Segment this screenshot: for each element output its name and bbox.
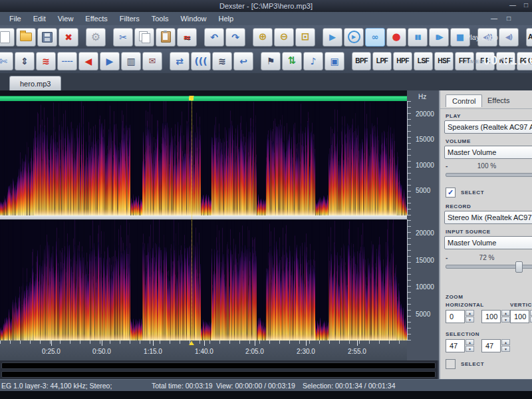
- mix-button[interactable]: ▥: [121, 52, 141, 70]
- bpf-filter-button[interactable]: BPF: [352, 52, 371, 70]
- spin-down-button[interactable]: ▼: [501, 317, 510, 323]
- envelope-button[interactable]: ✉: [142, 52, 162, 70]
- lpf-filter-button[interactable]: LPF: [372, 52, 392, 70]
- status-view: View: 00:00:00 / 00:03:19: [216, 380, 295, 392]
- fade-in-button[interactable]: ◀: [78, 52, 98, 70]
- ruler-time-label: 2:05.0: [241, 348, 268, 355]
- undo-button[interactable]: ↶: [204, 28, 224, 47]
- mix-grid-icon: ▥: [126, 57, 135, 66]
- menu-filters[interactable]: Filters: [114, 13, 145, 24]
- settings-button[interactable]: ⚙: [86, 28, 106, 47]
- play-device-dropdown[interactable]: Speakers (Realtek AC97 Au: [444, 120, 532, 134]
- menu-edit[interactable]: Edit: [28, 13, 51, 24]
- spectrogram-right-channel[interactable]: [0, 219, 407, 340]
- selection-start-value[interactable]: 47: [446, 339, 465, 352]
- hpf-filter-button[interactable]: HPF: [393, 52, 412, 70]
- silence-button[interactable]: ╌╌: [57, 52, 77, 70]
- menu-file[interactable]: File: [4, 13, 27, 24]
- tab-effects[interactable]: Effects: [481, 94, 515, 107]
- split-button[interactable]: ✄: [0, 52, 13, 70]
- menu-effects[interactable]: Effects: [80, 13, 112, 24]
- copy-button[interactable]: [134, 28, 154, 47]
- input-volume-slider[interactable]: [446, 265, 532, 269]
- menu-window[interactable]: Window: [175, 13, 211, 24]
- play-from-icon: ▮▶: [435, 34, 442, 41]
- spectrogram-left-channel[interactable]: [0, 101, 407, 215]
- menu-tools[interactable]: Tools: [146, 13, 174, 24]
- selection-start-spinner[interactable]: 47 ▲▼: [446, 339, 474, 352]
- zoom-h-end-spinner[interactable]: 100 ▲▼: [481, 310, 510, 323]
- spin-up-button[interactable]: ▲: [501, 310, 510, 316]
- redo-button[interactable]: ↷: [225, 28, 245, 47]
- zoom-vertical-spinner[interactable]: 100 ▲▼: [510, 310, 532, 323]
- tag-button[interactable]: ▣: [325, 52, 344, 70]
- insert-audio-button[interactable]: ♪: [303, 52, 323, 70]
- menu-help[interactable]: Help: [213, 13, 239, 24]
- record-button[interactable]: ●: [386, 28, 406, 47]
- save-button[interactable]: [37, 28, 57, 47]
- selection-end-spinner[interactable]: 47 ▲▼: [481, 339, 510, 352]
- input-slider-thumb[interactable]: [515, 261, 523, 273]
- spin-down-button[interactable]: ▼: [466, 317, 474, 323]
- spin-up-button[interactable]: ▲: [466, 310, 474, 316]
- zoom-h-end-value[interactable]: 100: [481, 310, 501, 323]
- tab-hero-mp3[interactable]: hero.mp3: [9, 76, 61, 90]
- position-bar[interactable]: [0, 96, 407, 101]
- fade-out-button[interactable]: ▶: [100, 52, 120, 70]
- center-button[interactable]: ⇕: [15, 52, 35, 70]
- maximize-button[interactable]: □: [521, 1, 531, 9]
- play-all-button[interactable]: ▶: [344, 28, 364, 47]
- spin-down-button[interactable]: ▼: [501, 346, 510, 352]
- input-device-dropdown[interactable]: Master Volume: [444, 236, 532, 249]
- sound-waves-button[interactable]: (((: [191, 52, 211, 70]
- marker-button[interactable]: ⚑: [261, 52, 281, 70]
- envelope-icon: ✉: [149, 57, 156, 65]
- record-device-dropdown[interactable]: Stereo Mix (Realtek AC97 A: [444, 211, 532, 224]
- mdi-restore-button[interactable]: □: [504, 15, 513, 23]
- spin-up-button[interactable]: ▲: [466, 339, 474, 345]
- play-from-button[interactable]: ▮▶: [429, 28, 449, 47]
- zoom-selection-button[interactable]: ⊡: [295, 28, 315, 47]
- volume-down-button[interactable]: ◀): [499, 28, 519, 47]
- zoom-h-start-spinner[interactable]: 0 ▲▼: [446, 310, 474, 323]
- reverse-button[interactable]: ↩: [233, 52, 253, 70]
- spin-down-button[interactable]: ▼: [466, 346, 474, 352]
- zoom-h-start-value[interactable]: 0: [446, 310, 465, 323]
- lsf-filter-button[interactable]: LSF: [414, 52, 433, 70]
- zoom-vertical-value[interactable]: 100: [510, 310, 529, 323]
- amplify-button[interactable]: ≋: [36, 52, 56, 70]
- pause-button[interactable]: ▮▮: [408, 28, 428, 47]
- volume-slider[interactable]: [446, 173, 532, 177]
- hsf-filter-button[interactable]: HSF: [434, 52, 454, 70]
- new-file-button[interactable]: [0, 28, 15, 47]
- paste-button[interactable]: [156, 28, 176, 47]
- selection-end-value[interactable]: 47: [481, 339, 501, 352]
- agc-label: AGC: [528, 33, 532, 41]
- cut-button[interactable]: ✂: [113, 28, 133, 47]
- mdi-minimize-button[interactable]: —: [489, 15, 499, 23]
- open-button[interactable]: [16, 28, 36, 47]
- volume-device-dropdown[interactable]: Master Volume: [444, 146, 532, 159]
- menu-view[interactable]: View: [53, 13, 79, 24]
- ruler-major-tick: [357, 340, 358, 346]
- select2-checkbox[interactable]: [446, 359, 456, 369]
- play-button[interactable]: ▶: [323, 28, 342, 47]
- waveform-area[interactable]: ns 0:25.00:50.01:15.01:40.02:05.02:30.02…: [0, 90, 407, 379]
- minimize-button[interactable]: —: [508, 1, 517, 9]
- zoom-out-button[interactable]: ⊖: [274, 28, 294, 47]
- time-ruler[interactable]: ns 0:25.00:50.01:15.01:40.02:05.02:30.02…: [0, 340, 407, 360]
- ruler-major-tick: [51, 340, 52, 346]
- loop-button[interactable]: ∞: [365, 28, 385, 47]
- spin-up-button[interactable]: ▲: [501, 339, 510, 345]
- noise-button[interactable]: ≋: [212, 52, 232, 70]
- select-checkbox[interactable]: ✓: [446, 188, 456, 198]
- ruler-time-label: 0:50.0: [88, 348, 115, 355]
- convert-button[interactable]: ⇄: [170, 52, 190, 70]
- tab-control[interactable]: Control: [446, 94, 482, 107]
- waveform-button[interactable]: ≈: [177, 28, 197, 47]
- delete-button[interactable]: ✖: [59, 28, 78, 47]
- resample-button[interactable]: ⇅: [282, 52, 302, 70]
- zoom-in-button[interactable]: ⊕: [253, 28, 273, 47]
- agc-button[interactable]: AGC: [526, 28, 532, 47]
- playhead-cursor[interactable]: [192, 96, 193, 344]
